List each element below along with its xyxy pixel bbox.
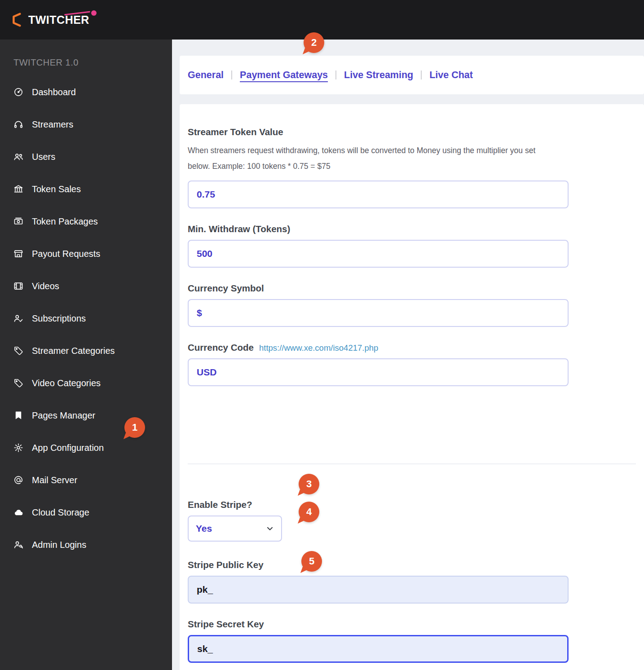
shop-icon: [13, 249, 23, 259]
film-icon: [13, 281, 23, 291]
payment-gateways-form: Streamer Token Value When streamers requ…: [180, 104, 644, 670]
sidebar-item-label: Streamer Categories: [32, 346, 115, 356]
sidebar: TWITCHER 1.0 Dashboard Streamers Users T…: [0, 40, 172, 670]
currency-symbol-label: Currency Symbol: [188, 283, 636, 294]
person-check-icon: [13, 313, 23, 323]
tooltip-marker-4: 4: [299, 502, 319, 522]
sidebar-item-label: Videos: [32, 281, 59, 291]
sidebar-item-streamer-categories[interactable]: Streamer Categories: [0, 335, 172, 367]
currency-symbol-input[interactable]: [188, 299, 569, 327]
sidebar-item-label: Payout Requests: [32, 249, 100, 259]
users-icon: [13, 152, 23, 162]
streamer-token-value-label: Streamer Token Value: [188, 127, 636, 137]
tooltip-marker-2: 2: [304, 32, 324, 53]
brand-accent-dot: [91, 10, 97, 16]
stripe-secret-key-input[interactable]: [188, 635, 569, 663]
stripe-secret-key-label: Stripe Secret Key: [188, 619, 636, 630]
tab-live-chat[interactable]: Live Chat: [429, 70, 473, 81]
tag-icon: [13, 346, 23, 356]
sidebar-item-token-sales[interactable]: Token Sales: [0, 173, 172, 205]
sidebar-item-video-categories[interactable]: Video Categories: [0, 367, 172, 399]
tag-icon: [13, 378, 23, 388]
section-divider: [188, 463, 636, 464]
bookmark-icon: [13, 410, 23, 420]
cloud-icon: [13, 507, 23, 517]
tab-separator: [231, 71, 232, 79]
sidebar-item-streamers[interactable]: Streamers: [0, 108, 172, 141]
sidebar-item-label: Users: [32, 152, 55, 162]
gear-icon: [13, 443, 23, 453]
sidebar-heading: TWITCHER 1.0: [0, 57, 172, 68]
tab-live-streaming[interactable]: Live Streaming: [344, 70, 413, 81]
sidebar-item-label: Subscriptions: [32, 313, 86, 324]
sidebar-item-subscriptions[interactable]: Subscriptions: [0, 302, 172, 335]
headphones-icon: [13, 119, 23, 129]
brand-name: TWITCHER: [28, 13, 89, 26]
min-withdraw-input[interactable]: [188, 240, 569, 268]
tab-general[interactable]: General: [188, 70, 224, 81]
sidebar-item-label: App Configuration: [32, 443, 104, 453]
sidebar-item-users[interactable]: Users: [0, 141, 172, 173]
sidebar-item-mail-server[interactable]: Mail Server: [0, 464, 172, 496]
tab-separator: [335, 71, 336, 79]
main-content: General Payment Gateways Live Streaming …: [172, 40, 644, 670]
sidebar-item-label: Token Packages: [32, 216, 98, 227]
sidebar-item-pages-manager[interactable]: Pages Manager: [0, 399, 172, 432]
stripe-public-key-label: Stripe Public Key: [188, 560, 636, 570]
sidebar-item-videos[interactable]: Videos: [0, 270, 172, 302]
sidebar-item-payout-requests[interactable]: Payout Requests: [0, 238, 172, 270]
currency-code-label: Currency Code https://www.xe.com/iso4217…: [188, 342, 636, 353]
dashboard-icon: [13, 87, 23, 97]
streamer-token-value-input[interactable]: [188, 181, 569, 208]
at-icon: [13, 475, 23, 485]
sidebar-item-label: Streamers: [32, 119, 73, 130]
min-withdraw-label: Min. Withdraw (Tokens): [188, 224, 636, 234]
cash-stack-icon: [13, 216, 23, 226]
sidebar-item-label: Admin Logins: [32, 540, 86, 550]
iso4217-link[interactable]: https://www.xe.com/iso4217.php: [259, 343, 378, 353]
stripe-public-key-input[interactable]: [188, 576, 569, 604]
sidebar-item-cloud-storage[interactable]: Cloud Storage: [0, 496, 172, 529]
tooltip-marker-1: 1: [124, 417, 145, 438]
sidebar-item-app-configuration[interactable]: App Configuration: [0, 432, 172, 464]
tab-payment-gateways[interactable]: Payment Gateways: [240, 70, 328, 81]
tooltip-marker-5: 5: [301, 551, 322, 572]
streamer-token-value-description: When streamers request withdrawing, toke…: [188, 143, 636, 174]
admin-icon: [13, 540, 23, 550]
tab-separator: [421, 71, 422, 79]
sidebar-item-label: Dashboard: [32, 87, 76, 97]
chevron-down-icon: [266, 525, 274, 533]
top-bar: TWITCHER: [0, 0, 644, 40]
sidebar-item-label: Mail Server: [32, 475, 77, 485]
enable-stripe-select[interactable]: Yes: [188, 516, 282, 542]
sidebar-item-label: Video Categories: [32, 378, 101, 388]
tooltip-marker-3: 3: [299, 474, 319, 494]
sidebar-item-label: Token Sales: [32, 184, 81, 194]
enable-stripe-label: Enable Stripe?: [188, 499, 636, 510]
settings-tabs: General Payment Gateways Live Streaming …: [180, 56, 644, 94]
page: TWITCHER TWITCHER 1.0 Dashboard Streamer…: [0, 0, 644, 670]
sidebar-item-label: Pages Manager: [32, 410, 95, 421]
brand-bracket-icon: [12, 12, 24, 27]
sidebar-item-dashboard[interactable]: Dashboard: [0, 76, 172, 108]
enable-stripe-selected-value: Yes: [196, 523, 212, 534]
bank-icon: [13, 184, 23, 194]
sidebar-item-admin-logins[interactable]: Admin Logins: [0, 529, 172, 561]
sidebar-item-label: Cloud Storage: [32, 507, 89, 518]
brand-logo[interactable]: TWITCHER: [12, 12, 89, 27]
sidebar-item-token-packages[interactable]: Token Packages: [0, 205, 172, 238]
currency-code-input[interactable]: [188, 358, 569, 386]
